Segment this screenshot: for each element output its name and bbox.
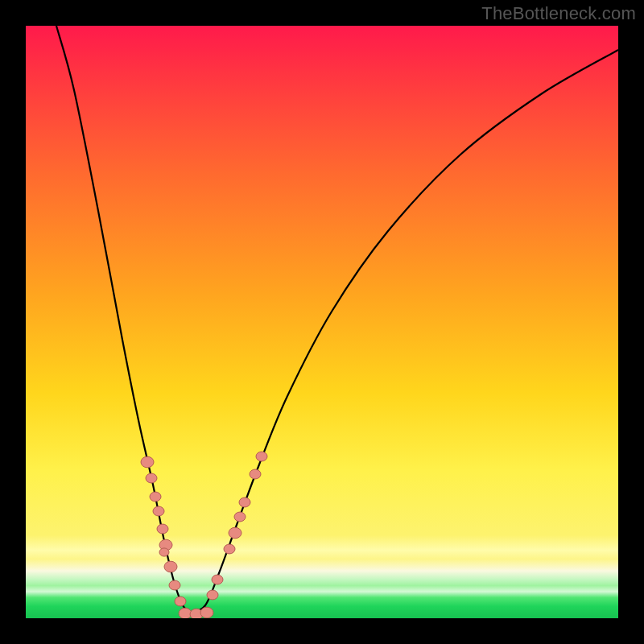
bead-marker [169, 580, 180, 590]
bead-marker [234, 512, 246, 522]
curve-left-branch [56, 26, 191, 613]
bead-marker [179, 608, 192, 618]
bead-marker [200, 607, 213, 618]
watermark-text: TheBottleneck.com [481, 3, 636, 24]
bead-marker [224, 544, 235, 554]
plot-area [26, 26, 618, 618]
bead-marker [150, 492, 161, 502]
bead-marker [212, 575, 223, 584]
bead-marker [175, 597, 186, 606]
bead-marker [250, 469, 261, 479]
bead-marker [157, 524, 168, 534]
bead-marker [159, 548, 169, 556]
bead-marker [141, 456, 154, 468]
bead-marker [229, 527, 242, 539]
bead-marker [164, 561, 177, 572]
bead-marker [153, 506, 164, 516]
bead-marker [146, 473, 157, 483]
beads-group [141, 452, 267, 618]
bead-marker [207, 590, 218, 600]
curve-right-branch [191, 50, 618, 613]
bead-marker [239, 497, 250, 507]
bead-marker [256, 452, 267, 461]
chart-svg [26, 26, 618, 618]
